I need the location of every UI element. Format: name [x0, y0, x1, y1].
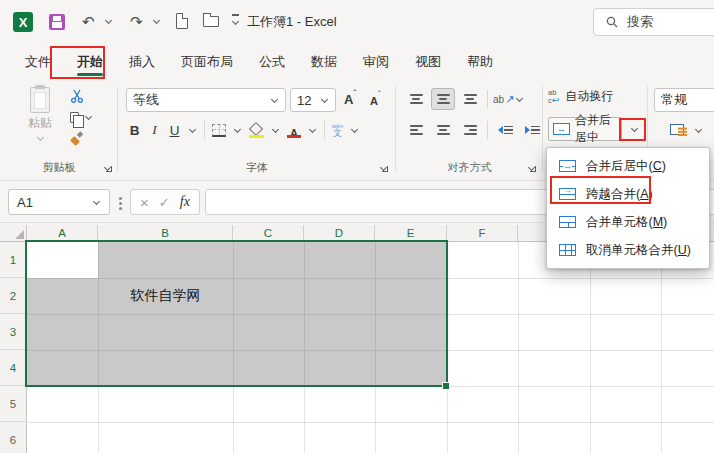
open-folder-icon[interactable] — [203, 16, 219, 27]
fill-color-dropdown-chevron-icon[interactable] — [271, 126, 280, 135]
font-color-icon[interactable]: A — [287, 123, 301, 138]
redo-icon[interactable]: ↷ — [130, 10, 143, 34]
copy-icon[interactable] — [70, 112, 79, 123]
ribbon-tab-bar: 文件 开始 插入 页面布局 公式 数据 审阅 视图 帮助 — [0, 44, 714, 79]
undo-icon[interactable]: ↶ — [82, 10, 95, 34]
font-color-dropdown-chevron-icon[interactable] — [308, 126, 317, 135]
align-top-button[interactable] — [404, 88, 428, 110]
tab-data[interactable]: 数据 — [298, 44, 350, 79]
name-box-value: A1 — [17, 195, 33, 210]
alignment-group-label: 对齐方式 — [396, 160, 543, 175]
align-middle-button[interactable] — [431, 88, 455, 110]
row-header-2[interactable]: 2 — [0, 278, 27, 314]
paste-label: 粘贴 — [28, 115, 52, 132]
search-box[interactable]: 搜索 — [593, 8, 714, 36]
paste-clipboard-icon — [30, 87, 50, 113]
merge-center-dropdown-button[interactable] — [625, 117, 643, 141]
merge-dropdown-menu: ↔ 合并后居中(C) → 跨越合并(A) 合并单元格(M) 取消单元格合并(U) — [546, 147, 710, 269]
merge-center-button[interactable]: ↔ 合并后居中 — [548, 117, 622, 141]
row-header-1[interactable]: 1 — [0, 242, 27, 278]
unmerge-cells-icon — [559, 244, 576, 256]
paste-dropdown-chevron-icon — [36, 134, 45, 143]
accounting-dropdown-chevron-icon[interactable] — [694, 126, 703, 135]
tab-file[interactable]: 文件 — [12, 44, 64, 79]
menu-item-merge-and-center[interactable]: ↔ 合并后居中(C) — [547, 152, 709, 180]
row-header-5[interactable]: 5 — [0, 386, 27, 422]
font-size-select[interactable]: 12 — [290, 88, 336, 112]
decrease-font-size-button[interactable]: Aˇ — [370, 94, 380, 107]
tab-insert[interactable]: 插入 — [116, 44, 168, 79]
underline-button[interactable]: U — [168, 123, 181, 138]
row-header-3[interactable]: 3 — [0, 314, 27, 350]
alignment-group: ab ↗ 对齐方式 — [396, 79, 543, 180]
accounting-format-icon[interactable] — [670, 123, 687, 136]
phonetic-dropdown-chevron-icon[interactable] — [350, 126, 359, 135]
tab-help[interactable]: 帮助 — [454, 44, 506, 79]
clipboard-small-buttons — [70, 89, 93, 146]
italic-button[interactable]: I — [148, 122, 161, 138]
font-name-value: 等线 — [133, 91, 159, 109]
underline-dropdown-chevron-icon[interactable] — [188, 126, 197, 135]
menu-item-merge-cells[interactable]: 合并单元格(M) — [547, 208, 709, 236]
align-center-button[interactable] — [431, 119, 455, 141]
enter-button[interactable]: ✓ — [159, 195, 170, 210]
increase-indent-button[interactable] — [520, 119, 544, 141]
merge-center-icon: ↔ — [553, 123, 570, 135]
tab-review[interactable]: 审阅 — [350, 44, 402, 79]
menu-item-merge-across[interactable]: → 跨越合并(A) — [547, 180, 709, 208]
tab-formulas[interactable]: 公式 — [246, 44, 298, 79]
fill-color-icon[interactable] — [249, 123, 264, 138]
font-size-chevron-icon — [320, 96, 329, 105]
merge-center-label: 合并后居中 — [575, 112, 621, 146]
fill-handle[interactable] — [442, 382, 450, 390]
format-painter-icon[interactable] — [70, 132, 84, 146]
borders-icon[interactable] — [212, 124, 226, 137]
copy-dropdown-chevron-icon[interactable] — [84, 113, 93, 122]
clipboard-group: 粘贴 剪贴板 — [0, 79, 118, 180]
column-header-f[interactable]: F — [447, 225, 518, 242]
menu-item-label: 合并后居中(C) — [586, 158, 666, 175]
select-all-corner[interactable] — [0, 225, 27, 242]
font-dialog-launcher[interactable] — [380, 164, 390, 174]
save-icon[interactable] — [49, 14, 65, 30]
insert-function-button[interactable]: fx — [180, 194, 190, 210]
cancel-button[interactable]: × — [140, 194, 149, 211]
menu-item-label: 跨越合并(A) — [586, 186, 653, 203]
horizontal-align-row — [404, 119, 544, 141]
borders-dropdown-chevron-icon[interactable] — [233, 126, 242, 135]
orientation-button[interactable]: ab ↗ — [493, 93, 524, 106]
cut-icon[interactable] — [70, 89, 84, 103]
clipboard-group-label: 剪贴板 — [0, 160, 118, 175]
row-header-6[interactable]: 6 — [0, 422, 27, 453]
menu-item-label: 合并单元格(M) — [586, 214, 667, 231]
tab-home[interactable]: 开始 — [64, 44, 116, 79]
number-format-select[interactable]: 常规 — [654, 88, 714, 112]
new-file-icon[interactable] — [176, 13, 188, 29]
tab-page-layout[interactable]: 页面布局 — [168, 44, 246, 79]
decrease-indent-button[interactable] — [493, 119, 517, 141]
menu-item-unmerge-cells[interactable]: 取消单元格合并(U) — [547, 236, 709, 264]
orientation-chevron-icon — [515, 95, 524, 104]
align-bottom-button[interactable] — [458, 88, 482, 110]
name-box-chevron-icon — [92, 198, 101, 207]
name-box[interactable]: A1 — [8, 189, 110, 215]
align-left-button[interactable] — [404, 119, 428, 141]
undo-dropdown-chevron-icon[interactable] — [104, 17, 113, 26]
wrap-text-button[interactable]: ab c↩ 自动换行 — [548, 88, 613, 105]
redo-dropdown-chevron-icon[interactable] — [152, 17, 161, 26]
increase-font-size-button[interactable]: Aˆ — [344, 92, 356, 107]
phonetic-guide-icon[interactable]: wén 文 — [332, 123, 343, 138]
formula-bar-separator[interactable] — [119, 202, 122, 205]
font-toolbar-row: B I U A wén 文 — [128, 118, 359, 142]
tab-view[interactable]: 视图 — [402, 44, 454, 79]
excel-logo-icon: X — [13, 12, 33, 32]
font-name-select[interactable]: 等线 — [126, 88, 286, 112]
bold-button[interactable]: B — [128, 123, 141, 138]
row-header-4[interactable]: 4 — [0, 350, 27, 386]
title-bar: X ↶ ↷ 工作簿1 - Excel 搜索 — [0, 0, 714, 44]
align-right-button[interactable] — [458, 119, 482, 141]
paste-button[interactable]: 粘贴 — [16, 87, 64, 153]
alignment-dialog-launcher[interactable] — [528, 164, 538, 174]
wrap-text-icon: ab c↩ — [548, 89, 559, 104]
clipboard-dialog-launcher[interactable] — [104, 164, 114, 174]
